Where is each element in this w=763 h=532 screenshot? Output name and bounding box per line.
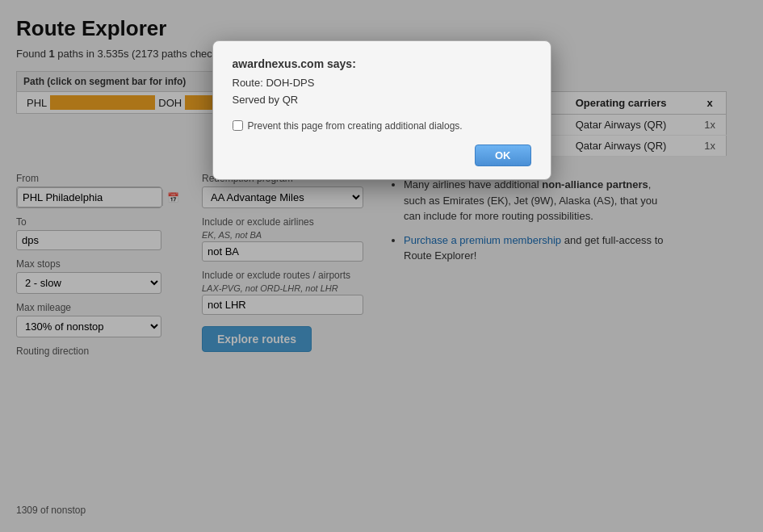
- modal-footer: OK: [233, 145, 531, 166]
- modal-header: awardnexus.com says:: [233, 57, 531, 70]
- modal-overlay: awardnexus.com says: Route: DOH-DPS Serv…: [0, 0, 763, 532]
- modal-dialog: awardnexus.com says: Route: DOH-DPS Serv…: [212, 40, 551, 180]
- prevent-dialogs-checkbox[interactable]: [233, 120, 243, 131]
- prevent-dialogs-label: Prevent this page from creating addition…: [248, 120, 463, 132]
- modal-prevent-row: Prevent this page from creating addition…: [233, 120, 531, 132]
- modal-ok-button[interactable]: OK: [475, 145, 531, 166]
- modal-body: Route: DOH-DPS Served by QR: [233, 75, 531, 109]
- modal-route: Route: DOH-DPS: [233, 75, 531, 92]
- main-content: Route Explorer Found 1 paths in 3.535s (…: [0, 0, 763, 532]
- modal-served: Served by QR: [233, 92, 531, 109]
